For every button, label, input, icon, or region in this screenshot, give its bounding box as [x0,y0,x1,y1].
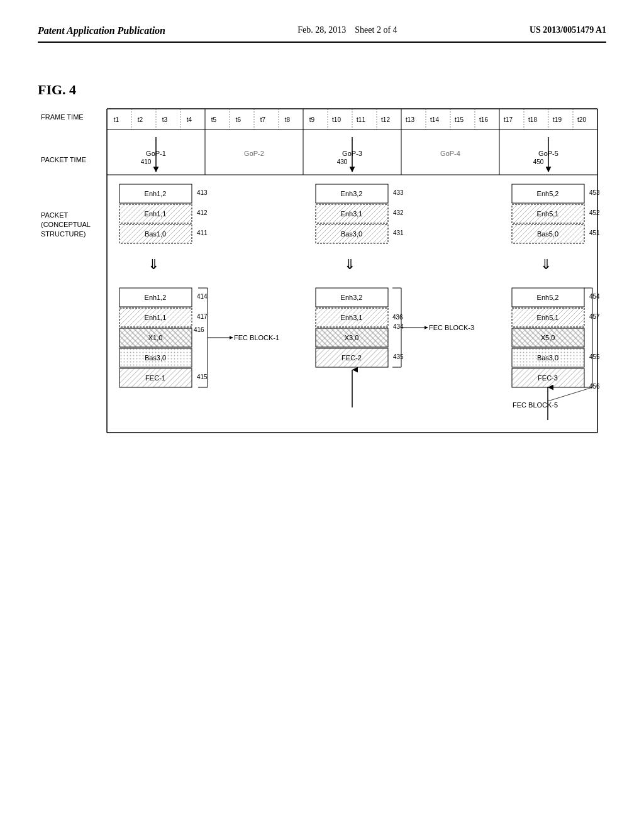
label-t3: t3 [162,116,168,123]
label-t14: t14 [430,116,439,123]
diagram-container: FRAME TIME PACKET TIME PACKET (CONCEPTUA… [38,80,606,743]
id-436: 436 [392,314,403,321]
id-417: 417 [197,313,208,320]
gop1-enh11-label: Enh1,1 [145,210,167,218]
label-t18: t18 [528,116,537,123]
label-t7: t7 [260,116,266,123]
id-455: 455 [589,353,600,360]
gop3-arrow-down: ⇓ [344,257,355,272]
header-date-sheet: Feb. 28, 2013 Sheet 2 of 4 [297,25,397,35]
id-453: 453 [589,189,600,196]
gop1-tx-enh11-label: Enh1,1 [145,314,167,321]
label-t10: t10 [332,116,341,123]
header-sheet: Sheet 2 of 4 [355,25,397,35]
id-435: 435 [393,353,404,360]
gop2-label: GoP-2 [244,150,264,157]
gop5-fec3-label: FEC-3 [538,374,558,382]
id-452: 452 [589,209,600,216]
id-457: 457 [589,313,600,320]
gop1-arrow-down: ⇓ [148,257,159,272]
id-411: 411 [197,230,208,236]
gop1-tx-bas30-label: Bas3,0 [145,354,166,362]
gop3-tx-x30-label: X3,0 [345,334,359,341]
row-label-packet-structure: PACKET [41,211,68,219]
id-415: 415 [197,374,208,380]
gop5-enh52-label: Enh5,2 [537,190,559,197]
fec-block5-label: FEC BLOCK-5 [513,401,558,409]
gop1-tx-enh12-label: Enh1,2 [145,294,167,301]
gop1-id: 410 [141,158,152,165]
row-label-frame: FRAME TIME [41,113,84,121]
gop3-tx-enh31-label: Enh3,1 [341,314,363,321]
gop5-tx-bas30-label: Bas3,0 [537,354,558,362]
fec-block1-label: FEC BLOCK-1 [234,334,279,341]
gop3-enh32-label: Enh3,2 [341,190,363,197]
label-t17: t17 [504,116,513,123]
gop5-tx-enh52-label: Enh5,2 [537,294,559,301]
row-label-packet: PACKET TIME [41,156,86,163]
gop5-tx-enh51-label: Enh5,1 [537,314,559,321]
label-t15: t15 [455,116,464,123]
gop3-fec2-label: FEC-2 [341,354,362,362]
id-434: 434 [393,323,404,330]
id-454: 454 [589,293,600,300]
header-patent-number: US 2013/0051479 A1 [530,25,606,35]
fec5-pointer [548,387,592,401]
header-date: Feb. 28, 2013 [297,25,346,35]
label-t8: t8 [285,116,291,123]
label-t2: t2 [138,116,143,123]
gop1-enh12-label: Enh1,2 [145,190,167,197]
gop4-label: GoP-4 [440,150,460,157]
label-t1: t1 [114,116,119,123]
label-t4: t4 [187,116,192,123]
label-t13: t13 [406,116,414,123]
gop5-id: 450 [533,158,544,165]
id-451: 451 [589,230,600,236]
gop5-tx-x50-label: X5,0 [541,334,555,341]
gop3-label: GoP-3 [342,150,362,157]
gop5-arrow-down: ⇓ [540,257,552,272]
gop5-bas50-label: Bas5,0 [537,230,558,238]
id-416: 416 [194,326,204,333]
label-t11: t11 [357,116,365,123]
id-432: 432 [393,209,404,216]
id-431: 431 [393,230,404,236]
page: Patent Application Publication Feb. 28, … [0,0,644,830]
gop3-bas30-label: Bas3,0 [341,230,362,238]
gop5-label: GoP-5 [538,150,558,157]
header-publication-title: Patent Application Publication [38,25,165,36]
label-t12: t12 [381,116,390,123]
gop1-fec1-label: FEC-1 [145,374,165,382]
id-412: 412 [197,209,208,216]
header: Patent Application Publication Feb. 28, … [38,25,606,43]
gop1-tx-x10-label: X1,0 [148,334,163,341]
id-413: 413 [197,189,208,196]
gop3-tx-enh32-label: Enh3,2 [341,294,363,301]
diagram-svg: FRAME TIME PACKET TIME PACKET (CONCEPTUA… [38,80,604,741]
label-t9: t9 [309,116,315,123]
id-456: 456 [589,383,600,390]
fec-block3-label: FEC BLOCK-3 [429,324,474,331]
label-t6: t6 [236,116,242,123]
row-label-structure: STRUCTURE) [41,230,86,238]
label-t5: t5 [211,116,217,123]
label-t16: t16 [479,116,488,123]
gop5-enh51-label: Enh5,1 [537,210,559,218]
id-414: 414 [197,293,208,300]
label-t20: t20 [577,116,586,123]
id-433: 433 [393,189,404,196]
gop3-id: 430 [337,158,348,165]
gop3-enh31-label: Enh3,1 [341,210,363,218]
gop1-bas10-label: Bas1,0 [145,230,166,238]
row-label-conceptual: (CONCEPTUAL [41,221,91,228]
label-t19: t19 [553,116,562,123]
gop1-label: GoP-1 [146,150,166,157]
